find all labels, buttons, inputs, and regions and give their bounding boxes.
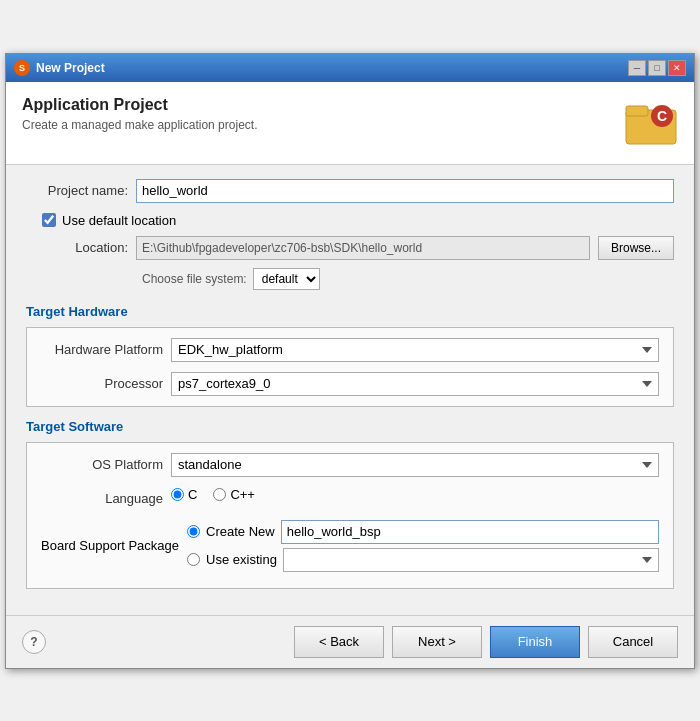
bsp-label: Board Support Package — [41, 538, 187, 553]
language-options: C C++ — [171, 487, 255, 502]
hardware-platform-row: Hardware Platform EDK_hw_platform — [41, 338, 659, 362]
header-area: Application Project Create a managed mak… — [6, 82, 694, 165]
target-hardware-section: Hardware Platform EDK_hw_platform Proces… — [26, 327, 674, 407]
title-bar: S New Project ─ □ ✕ — [6, 54, 694, 82]
next-button[interactable]: Next > — [392, 626, 482, 658]
header-text: Application Project Create a managed mak… — [22, 96, 257, 132]
language-c-group: C — [171, 487, 197, 502]
title-bar-left: S New Project — [14, 60, 105, 76]
language-row: Language C C++ — [41, 487, 659, 510]
os-platform-row: OS Platform standalone — [41, 453, 659, 477]
bsp-name-input[interactable] — [281, 520, 659, 544]
hardware-platform-label: Hardware Platform — [41, 342, 171, 357]
language-cpp-group: C++ — [213, 487, 255, 502]
use-default-location-row: Use default location — [42, 213, 674, 228]
window: S New Project ─ □ ✕ Application Project … — [5, 53, 695, 669]
bsp-create-new-row: Create New — [187, 520, 659, 544]
footer-buttons: < Back Next > Finish Cancel — [294, 626, 678, 658]
window-title: New Project — [36, 61, 105, 75]
processor-row: Processor ps7_cortexa9_0 — [41, 372, 659, 396]
bsp-row: Board Support Package Create New Use exi… — [41, 520, 659, 572]
language-label: Language — [41, 491, 171, 506]
svg-text:C: C — [657, 108, 667, 124]
content: Project name: Use default location Locat… — [6, 165, 694, 615]
footer: ? < Back Next > Finish Cancel — [6, 615, 694, 668]
svg-rect-1 — [626, 106, 648, 116]
target-hardware-title: Target Hardware — [26, 304, 674, 319]
filesystem-row: Choose file system: default — [142, 268, 674, 290]
language-cpp-radio[interactable] — [213, 488, 226, 501]
filesystem-dropdown[interactable]: default — [253, 268, 320, 290]
bsp-use-existing-label: Use existing — [206, 552, 277, 567]
location-input[interactable] — [136, 236, 590, 260]
bsp-existing-dropdown[interactable] — [283, 548, 659, 572]
use-default-location-checkbox[interactable] — [42, 213, 56, 227]
help-button[interactable]: ? — [22, 630, 46, 654]
location-row: Location: Browse... — [26, 236, 674, 260]
project-name-label: Project name: — [26, 183, 136, 198]
maximize-button[interactable]: □ — [648, 60, 666, 76]
os-platform-label: OS Platform — [41, 457, 171, 472]
hardware-platform-dropdown[interactable]: EDK_hw_platform — [171, 338, 659, 362]
os-platform-dropdown[interactable]: standalone — [171, 453, 659, 477]
use-default-location-label: Use default location — [62, 213, 176, 228]
filesystem-label: Choose file system: — [142, 272, 247, 286]
page-subtitle: Create a managed make application projec… — [22, 118, 257, 132]
processor-dropdown[interactable]: ps7_cortexa9_0 — [171, 372, 659, 396]
close-button[interactable]: ✕ — [668, 60, 686, 76]
minimize-button[interactable]: ─ — [628, 60, 646, 76]
project-name-input[interactable] — [136, 179, 674, 203]
browse-button[interactable]: Browse... — [598, 236, 674, 260]
project-name-row: Project name: — [26, 179, 674, 203]
language-cpp-label: C++ — [230, 487, 255, 502]
location-label: Location: — [26, 240, 136, 255]
bsp-create-new-radio[interactable] — [187, 525, 200, 538]
language-c-label: C — [188, 487, 197, 502]
target-software-section: OS Platform standalone Language C C++ — [26, 442, 674, 589]
app-icon: S — [14, 60, 30, 76]
cancel-button[interactable]: Cancel — [588, 626, 678, 658]
header-icon: C — [624, 96, 678, 150]
target-software-title: Target Software — [26, 419, 674, 434]
bsp-create-new-label: Create New — [206, 524, 275, 539]
title-controls: ─ □ ✕ — [628, 60, 686, 76]
processor-label: Processor — [41, 376, 171, 391]
bsp-options: Create New Use existing — [187, 520, 659, 572]
bsp-use-existing-row: Use existing — [187, 548, 659, 572]
back-button[interactable]: < Back — [294, 626, 384, 658]
page-title: Application Project — [22, 96, 257, 114]
language-c-radio[interactable] — [171, 488, 184, 501]
bsp-use-existing-radio[interactable] — [187, 553, 200, 566]
footer-left: ? — [22, 630, 46, 654]
finish-button[interactable]: Finish — [490, 626, 580, 658]
